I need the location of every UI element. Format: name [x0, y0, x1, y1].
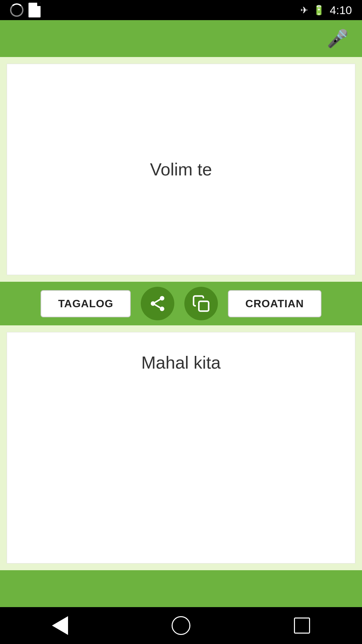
status-time: 4:10	[330, 4, 352, 17]
source-language-button[interactable]: TAGALOG	[41, 290, 131, 317]
status-bar-right: ✈ 🔋 4:10	[300, 4, 352, 17]
microphone-icon[interactable]: 🎤	[327, 29, 349, 49]
target-language-button[interactable]: CROATIAN	[228, 290, 321, 317]
nav-bar	[0, 607, 362, 644]
copy-button[interactable]	[184, 287, 218, 320]
share-icon	[148, 294, 167, 313]
app-bar: 🎤	[0, 20, 362, 57]
svg-line-3	[155, 305, 160, 308]
recent-apps-button[interactable]	[294, 618, 310, 634]
airplane-icon: ✈	[300, 5, 308, 16]
home-button[interactable]	[172, 616, 190, 635]
status-bar-left	[10, 3, 41, 17]
svg-line-4	[155, 300, 160, 303]
copy-icon	[192, 294, 210, 313]
source-panel[interactable]: Volim te	[7, 64, 355, 275]
status-bar: ✈ 🔋 4:10	[0, 0, 362, 20]
spinner-icon	[10, 3, 23, 17]
back-button[interactable]	[52, 616, 68, 635]
target-panel[interactable]: Mahal kita	[7, 332, 355, 564]
svg-point-1	[151, 301, 156, 306]
bottom-green-bar	[0, 570, 362, 607]
target-text: Mahal kita	[141, 353, 221, 373]
sd-card-icon	[28, 3, 41, 17]
main-content: Volim te TAGALOG CROATIAN Mahal kita	[0, 57, 362, 607]
share-button[interactable]	[141, 287, 174, 320]
svg-point-0	[160, 296, 165, 301]
battery-icon: 🔋	[313, 5, 325, 16]
svg-rect-5	[199, 301, 208, 311]
language-bar: TAGALOG CROATIAN	[0, 282, 362, 325]
svg-point-2	[160, 307, 165, 311]
source-text: Volim te	[150, 159, 212, 179]
